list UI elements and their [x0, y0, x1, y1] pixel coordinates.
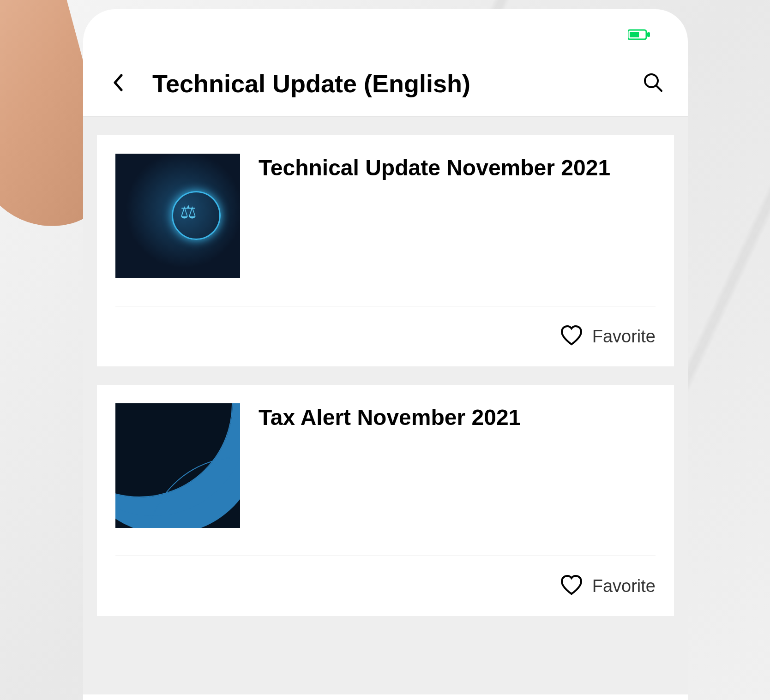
- battery-charging-icon: [628, 29, 651, 40]
- article-card[interactable]: Tax Alert November 2021 Favorite: [97, 385, 674, 616]
- search-icon: [643, 72, 663, 95]
- heart-icon: [560, 574, 583, 598]
- article-title: Technical Update November 2021: [259, 154, 610, 278]
- app-header: Technical Update (English): [83, 60, 688, 117]
- card-body: Technical Update November 2021: [115, 154, 656, 306]
- svg-line-4: [656, 86, 662, 91]
- article-thumbnail: [115, 154, 240, 278]
- favorite-label: Favorite: [592, 576, 656, 596]
- article-card[interactable]: Technical Update November 2021 Favorite: [97, 135, 674, 366]
- back-button[interactable]: [106, 72, 129, 95]
- page-title: Technical Update (English): [152, 69, 642, 98]
- status-bar: [83, 9, 688, 60]
- chevron-left-icon: [112, 73, 123, 94]
- article-thumbnail: [115, 403, 240, 528]
- phone-frame: Technical Update (English) Technical Upd…: [83, 9, 688, 700]
- favorite-button[interactable]: Favorite: [560, 574, 656, 598]
- heart-icon: [560, 325, 583, 348]
- favorite-label: Favorite: [592, 327, 656, 347]
- article-title: Tax Alert November 2021: [259, 403, 521, 528]
- card-body: Tax Alert November 2021: [115, 403, 656, 556]
- svg-rect-1: [647, 32, 650, 37]
- search-button[interactable]: [642, 72, 665, 95]
- favorite-button[interactable]: Favorite: [560, 325, 656, 348]
- card-footer: Favorite: [115, 556, 656, 616]
- svg-rect-2: [630, 32, 639, 37]
- content-area: Technical Update November 2021 Favorite …: [83, 117, 688, 694]
- card-footer: Favorite: [115, 306, 656, 366]
